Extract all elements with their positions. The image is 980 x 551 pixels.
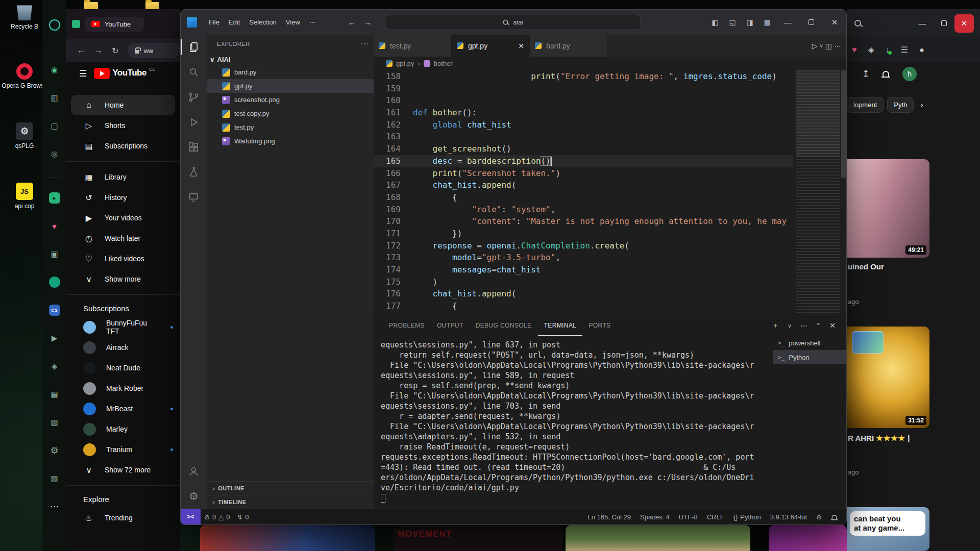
easy-files-icon[interactable]	[47, 90, 62, 106]
menu-file[interactable]: File	[204, 15, 224, 30]
explorer-actions-icon[interactable]: ⋯	[360, 39, 369, 48]
toggle-panel-icon[interactable]: ◱	[724, 15, 741, 30]
extensions-icon[interactable]	[181, 135, 207, 160]
history-back-icon[interactable]: ←	[344, 18, 360, 27]
code-line[interactable]: 172 response = openai.ChatCompletion.cre…	[374, 240, 793, 252]
wallpapers-icon[interactable]	[47, 471, 62, 486]
terminal-dropdown-icon[interactable]: ∨	[783, 319, 796, 332]
history-forward-icon[interactable]: →	[360, 18, 376, 27]
maximize-panel-icon[interactable]: ⌃	[812, 319, 825, 332]
file-row[interactable]: test copy.py	[207, 107, 374, 120]
testing-icon[interactable]	[181, 160, 207, 185]
sidebar-nav-item[interactable]: History	[66, 187, 180, 208]
remote-explorer-icon[interactable]	[181, 185, 207, 210]
panel-tab[interactable]: OUTPUT	[431, 315, 470, 336]
cube-extension-icon[interactable]: ◈	[868, 45, 874, 55]
chatgpt-icon[interactable]	[47, 274, 62, 290]
minimize-button[interactable]: —	[776, 10, 799, 35]
subscription-channel[interactable]: MrBeast	[66, 398, 180, 419]
terminal-instance[interactable]: >_ powershell	[773, 336, 846, 350]
code-editor[interactable]: 158 print("Error getting image: ", imgre…	[374, 70, 846, 315]
code-line[interactable]: 161def bother():	[374, 107, 793, 119]
opera-gx-logo-icon[interactable]	[47, 17, 62, 33]
hamburger-menu-icon[interactable]: ☰	[79, 68, 87, 79]
video-thumbnail[interactable]: MOVEMENT	[394, 525, 562, 551]
file-row[interactable]: gpt.py	[207, 79, 374, 93]
aria-icon[interactable]	[47, 246, 62, 262]
address-bar[interactable]: ww	[128, 43, 180, 58]
panel-tab[interactable]: DEBUG CONSOLE	[470, 315, 538, 336]
sliders-icon[interactable]: ☰	[901, 45, 908, 55]
language-mode[interactable]: {} Python	[730, 509, 765, 525]
back-icon[interactable]: ←	[77, 46, 85, 55]
video-thumbnail[interactable]: 49:21	[847, 159, 929, 258]
close-panel-icon[interactable]: ✕	[826, 319, 839, 332]
panel-tab[interactable]: TERMINAL	[538, 315, 583, 336]
code-line[interactable]: 177 {	[374, 300, 793, 312]
explorer-icon[interactable]	[181, 35, 207, 60]
sidebar-nav-item[interactable]: Home	[71, 95, 175, 115]
editor-tab[interactable]: test.py ✕	[374, 35, 452, 57]
notifications-bell-icon[interactable]	[883, 71, 889, 77]
file-row[interactable]: test.py	[207, 120, 374, 134]
code-line[interactable]: 170 "content": "Master is not paying eno…	[374, 215, 793, 228]
desktop-icon[interactable]: Opera G Browse	[1, 63, 48, 90]
counter-strike-icon[interactable]	[47, 303, 62, 318]
video-thumbnail[interactable]	[566, 525, 750, 551]
eol-sequence[interactable]: CRLF	[703, 509, 728, 525]
editor-scrollbar[interactable]	[841, 70, 846, 178]
sidebar-nav-item[interactable]: Shorts	[66, 115, 180, 136]
indentation[interactable]: Spaces: 4	[636, 509, 673, 525]
customize-layout-icon[interactable]: ▦	[758, 15, 776, 30]
panel-tab[interactable]: PORTS	[582, 315, 617, 336]
loot-icon[interactable]	[47, 359, 62, 374]
cursor-position[interactable]: Ln 165, Col 29	[584, 509, 634, 525]
code-line[interactable]: 174 messages=chat_hist	[374, 264, 793, 276]
workspace-folder[interactable]: ∨ AIAI	[207, 53, 374, 65]
minimap-slider[interactable]	[796, 70, 840, 157]
browser-tab-youtube[interactable]: YouTube	[85, 17, 144, 32]
code-line[interactable]: 166 print("Screenshot taken.")	[374, 167, 793, 180]
run-dropdown-icon[interactable]: ∨	[819, 43, 823, 48]
encoding[interactable]: UTF-8	[675, 509, 701, 525]
errors-warnings[interactable]: ⊘0 △0	[201, 509, 233, 525]
toggle-secondary-sidebar-icon[interactable]: ◨	[741, 15, 758, 30]
discord-icon[interactable]	[47, 146, 62, 162]
player-app-icon[interactable]	[47, 190, 62, 206]
breadcrumb-file[interactable]: gpt.py	[396, 60, 414, 67]
video-thumbnail[interactable]: 31:52	[847, 327, 929, 428]
settings-gear-icon[interactable]: ⚙	[181, 484, 207, 509]
settings-icon[interactable]	[47, 443, 62, 458]
youtube-logo[interactable]: YouTube CL	[94, 68, 155, 79]
file-row[interactable]: bard.py	[207, 65, 374, 79]
command-center-search[interactable]: aiai	[385, 15, 641, 30]
video-thumbnail[interactable]: can beat you at any game...	[847, 507, 929, 551]
show-more-subscriptions[interactable]: Show 72 more	[66, 460, 180, 480]
run-python-file-icon[interactable]: ▷	[812, 42, 818, 50]
desktop-icon[interactable]: qsPLG	[1, 122, 48, 150]
desktop-icon[interactable]: Recycle B	[1, 4, 48, 31]
code-line[interactable]: 169 "role": "system",	[374, 204, 793, 216]
account-avatar[interactable]: h	[902, 67, 917, 81]
panel-more-actions-icon[interactable]: ⋯	[797, 319, 811, 332]
file-row[interactable]: screenshot.png	[207, 93, 374, 107]
timeline-section[interactable]: › TIMELINE	[207, 495, 374, 509]
subscription-channel[interactable]: Neat Dude	[66, 358, 180, 378]
chips-scroll-right-icon[interactable]: ›	[920, 101, 923, 110]
code-line[interactable]: 162 global chat_hist	[374, 119, 793, 131]
sidebar-nav-item[interactable]: Trending	[66, 508, 180, 528]
notifications-bell-icon[interactable]	[827, 509, 841, 525]
menu-edit[interactable]: Edit	[224, 15, 244, 30]
upload-icon[interactable]: ↥	[862, 68, 869, 79]
file-row[interactable]: WaifuImg.png	[207, 134, 374, 148]
remote-indicator[interactable]: ><	[181, 509, 201, 525]
code-line[interactable]: 160	[374, 94, 793, 107]
sidebar-nav-item[interactable]: Library	[66, 167, 180, 187]
reload-icon[interactable]: ↻	[112, 46, 118, 56]
code-line[interactable]: 176 chat_hist.append(	[374, 288, 793, 300]
code-line[interactable]: 173 model="gpt-3.5-turbo",	[374, 252, 793, 264]
forward-icon[interactable]: →	[94, 46, 103, 55]
breadcrumb-symbol[interactable]: bother	[434, 60, 453, 67]
maximize-button[interactable]	[799, 10, 823, 35]
code-line[interactable]: 159	[374, 83, 793, 95]
